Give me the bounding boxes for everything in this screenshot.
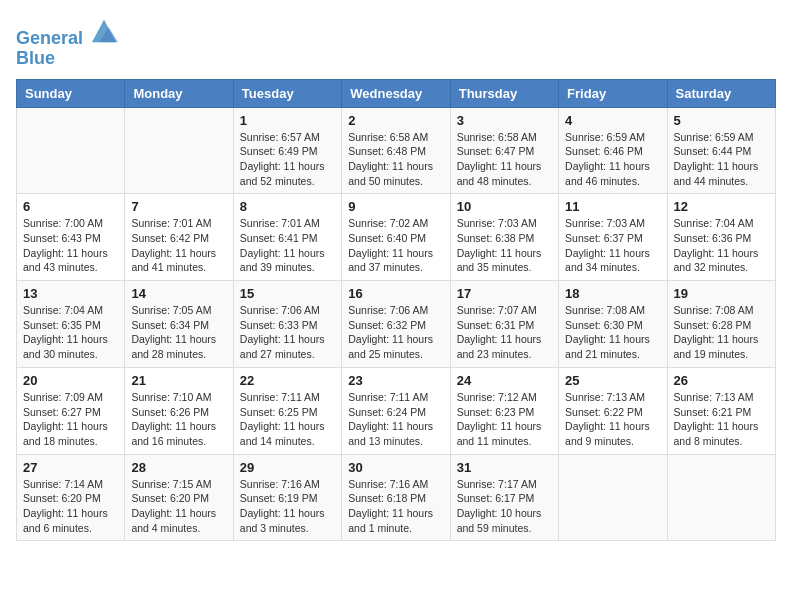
day-info: Sunrise: 7:06 AMSunset: 6:32 PMDaylight:… xyxy=(348,303,443,362)
day-info: Sunrise: 7:07 AMSunset: 6:31 PMDaylight:… xyxy=(457,303,552,362)
day-number: 4 xyxy=(565,113,660,128)
day-info: Sunrise: 7:04 AMSunset: 6:35 PMDaylight:… xyxy=(23,303,118,362)
day-number: 6 xyxy=(23,199,118,214)
day-info: Sunrise: 7:01 AMSunset: 6:42 PMDaylight:… xyxy=(131,216,226,275)
weekday-header-sunday: Sunday xyxy=(17,79,125,107)
day-info: Sunrise: 7:16 AMSunset: 6:19 PMDaylight:… xyxy=(240,477,335,536)
calendar-cell: 11Sunrise: 7:03 AMSunset: 6:37 PMDayligh… xyxy=(559,194,667,281)
day-info: Sunrise: 6:57 AMSunset: 6:49 PMDaylight:… xyxy=(240,130,335,189)
day-info: Sunrise: 7:00 AMSunset: 6:43 PMDaylight:… xyxy=(23,216,118,275)
logo: General Blue xyxy=(16,16,118,69)
day-info: Sunrise: 7:17 AMSunset: 6:17 PMDaylight:… xyxy=(457,477,552,536)
calendar-cell: 1Sunrise: 6:57 AMSunset: 6:49 PMDaylight… xyxy=(233,107,341,194)
day-info: Sunrise: 7:12 AMSunset: 6:23 PMDaylight:… xyxy=(457,390,552,449)
day-info: Sunrise: 7:11 AMSunset: 6:24 PMDaylight:… xyxy=(348,390,443,449)
calendar-cell: 7Sunrise: 7:01 AMSunset: 6:42 PMDaylight… xyxy=(125,194,233,281)
calendar-cell: 13Sunrise: 7:04 AMSunset: 6:35 PMDayligh… xyxy=(17,281,125,368)
calendar-cell: 28Sunrise: 7:15 AMSunset: 6:20 PMDayligh… xyxy=(125,454,233,541)
calendar-cell: 17Sunrise: 7:07 AMSunset: 6:31 PMDayligh… xyxy=(450,281,558,368)
day-info: Sunrise: 7:11 AMSunset: 6:25 PMDaylight:… xyxy=(240,390,335,449)
page-header: General Blue xyxy=(16,16,776,69)
day-number: 9 xyxy=(348,199,443,214)
day-info: Sunrise: 6:58 AMSunset: 6:48 PMDaylight:… xyxy=(348,130,443,189)
day-info: Sunrise: 6:58 AMSunset: 6:47 PMDaylight:… xyxy=(457,130,552,189)
calendar-cell: 30Sunrise: 7:16 AMSunset: 6:18 PMDayligh… xyxy=(342,454,450,541)
day-number: 16 xyxy=(348,286,443,301)
weekday-header-thursday: Thursday xyxy=(450,79,558,107)
day-number: 12 xyxy=(674,199,769,214)
calendar-cell xyxy=(667,454,775,541)
day-number: 13 xyxy=(23,286,118,301)
day-info: Sunrise: 7:13 AMSunset: 6:21 PMDaylight:… xyxy=(674,390,769,449)
calendar-cell: 27Sunrise: 7:14 AMSunset: 6:20 PMDayligh… xyxy=(17,454,125,541)
calendar-cell: 3Sunrise: 6:58 AMSunset: 6:47 PMDaylight… xyxy=(450,107,558,194)
day-info: Sunrise: 6:59 AMSunset: 6:46 PMDaylight:… xyxy=(565,130,660,189)
day-info: Sunrise: 7:08 AMSunset: 6:30 PMDaylight:… xyxy=(565,303,660,362)
day-number: 18 xyxy=(565,286,660,301)
day-number: 26 xyxy=(674,373,769,388)
weekday-header-monday: Monday xyxy=(125,79,233,107)
calendar-header-row: SundayMondayTuesdayWednesdayThursdayFrid… xyxy=(17,79,776,107)
day-info: Sunrise: 7:01 AMSunset: 6:41 PMDaylight:… xyxy=(240,216,335,275)
calendar-cell: 4Sunrise: 6:59 AMSunset: 6:46 PMDaylight… xyxy=(559,107,667,194)
day-number: 1 xyxy=(240,113,335,128)
calendar-cell: 6Sunrise: 7:00 AMSunset: 6:43 PMDaylight… xyxy=(17,194,125,281)
day-info: Sunrise: 7:13 AMSunset: 6:22 PMDaylight:… xyxy=(565,390,660,449)
calendar-cell: 18Sunrise: 7:08 AMSunset: 6:30 PMDayligh… xyxy=(559,281,667,368)
day-info: Sunrise: 7:03 AMSunset: 6:38 PMDaylight:… xyxy=(457,216,552,275)
calendar-cell xyxy=(125,107,233,194)
day-info: Sunrise: 7:16 AMSunset: 6:18 PMDaylight:… xyxy=(348,477,443,536)
day-info: Sunrise: 7:06 AMSunset: 6:33 PMDaylight:… xyxy=(240,303,335,362)
calendar-week-3: 20Sunrise: 7:09 AMSunset: 6:27 PMDayligh… xyxy=(17,367,776,454)
day-number: 3 xyxy=(457,113,552,128)
day-info: Sunrise: 6:59 AMSunset: 6:44 PMDaylight:… xyxy=(674,130,769,189)
calendar-cell: 9Sunrise: 7:02 AMSunset: 6:40 PMDaylight… xyxy=(342,194,450,281)
day-info: Sunrise: 7:14 AMSunset: 6:20 PMDaylight:… xyxy=(23,477,118,536)
calendar-cell: 19Sunrise: 7:08 AMSunset: 6:28 PMDayligh… xyxy=(667,281,775,368)
day-info: Sunrise: 7:09 AMSunset: 6:27 PMDaylight:… xyxy=(23,390,118,449)
day-number: 31 xyxy=(457,460,552,475)
day-number: 27 xyxy=(23,460,118,475)
calendar-cell: 22Sunrise: 7:11 AMSunset: 6:25 PMDayligh… xyxy=(233,367,341,454)
day-number: 11 xyxy=(565,199,660,214)
calendar-cell xyxy=(17,107,125,194)
calendar-cell: 8Sunrise: 7:01 AMSunset: 6:41 PMDaylight… xyxy=(233,194,341,281)
day-number: 19 xyxy=(674,286,769,301)
day-number: 23 xyxy=(348,373,443,388)
calendar-cell: 14Sunrise: 7:05 AMSunset: 6:34 PMDayligh… xyxy=(125,281,233,368)
day-number: 28 xyxy=(131,460,226,475)
weekday-header-wednesday: Wednesday xyxy=(342,79,450,107)
day-number: 2 xyxy=(348,113,443,128)
day-number: 14 xyxy=(131,286,226,301)
day-info: Sunrise: 7:04 AMSunset: 6:36 PMDaylight:… xyxy=(674,216,769,275)
day-number: 22 xyxy=(240,373,335,388)
day-info: Sunrise: 7:08 AMSunset: 6:28 PMDaylight:… xyxy=(674,303,769,362)
day-number: 8 xyxy=(240,199,335,214)
calendar-cell: 16Sunrise: 7:06 AMSunset: 6:32 PMDayligh… xyxy=(342,281,450,368)
day-number: 25 xyxy=(565,373,660,388)
weekday-header-friday: Friday xyxy=(559,79,667,107)
calendar-cell: 29Sunrise: 7:16 AMSunset: 6:19 PMDayligh… xyxy=(233,454,341,541)
calendar-cell: 25Sunrise: 7:13 AMSunset: 6:22 PMDayligh… xyxy=(559,367,667,454)
calendar-cell: 26Sunrise: 7:13 AMSunset: 6:21 PMDayligh… xyxy=(667,367,775,454)
calendar-week-0: 1Sunrise: 6:57 AMSunset: 6:49 PMDaylight… xyxy=(17,107,776,194)
calendar-cell: 23Sunrise: 7:11 AMSunset: 6:24 PMDayligh… xyxy=(342,367,450,454)
logo-blue: Blue xyxy=(16,49,118,69)
calendar-cell: 5Sunrise: 6:59 AMSunset: 6:44 PMDaylight… xyxy=(667,107,775,194)
day-number: 7 xyxy=(131,199,226,214)
day-number: 17 xyxy=(457,286,552,301)
day-info: Sunrise: 7:15 AMSunset: 6:20 PMDaylight:… xyxy=(131,477,226,536)
logo-text: General xyxy=(16,16,118,49)
calendar-body: 1Sunrise: 6:57 AMSunset: 6:49 PMDaylight… xyxy=(17,107,776,541)
calendar-cell: 21Sunrise: 7:10 AMSunset: 6:26 PMDayligh… xyxy=(125,367,233,454)
calendar-week-4: 27Sunrise: 7:14 AMSunset: 6:20 PMDayligh… xyxy=(17,454,776,541)
calendar-cell: 15Sunrise: 7:06 AMSunset: 6:33 PMDayligh… xyxy=(233,281,341,368)
calendar-cell: 12Sunrise: 7:04 AMSunset: 6:36 PMDayligh… xyxy=(667,194,775,281)
day-number: 24 xyxy=(457,373,552,388)
calendar-week-2: 13Sunrise: 7:04 AMSunset: 6:35 PMDayligh… xyxy=(17,281,776,368)
day-info: Sunrise: 7:03 AMSunset: 6:37 PMDaylight:… xyxy=(565,216,660,275)
weekday-header-saturday: Saturday xyxy=(667,79,775,107)
calendar-cell: 2Sunrise: 6:58 AMSunset: 6:48 PMDaylight… xyxy=(342,107,450,194)
day-number: 20 xyxy=(23,373,118,388)
day-number: 21 xyxy=(131,373,226,388)
